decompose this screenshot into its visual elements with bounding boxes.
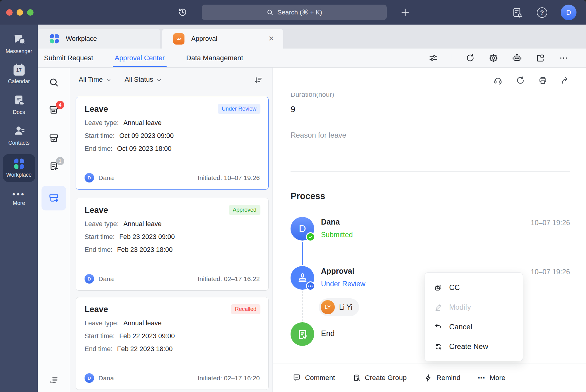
- refresh-icon[interactable]: [516, 76, 525, 85]
- approval-card-under-review[interactable]: Leave Under Review Leave type:Annual lea…: [76, 97, 269, 190]
- cc-icon: [434, 284, 442, 292]
- process-node-end: [291, 322, 314, 346]
- card-initiated: Initiated: 02–17 16:22: [198, 275, 260, 283]
- process-node-submitter-avatar[interactable]: D: [291, 217, 314, 241]
- zoom-window-button[interactable]: [27, 9, 34, 16]
- sidebar-label-calendar: Calendar: [8, 78, 30, 85]
- announcement-icon[interactable]: [512, 7, 523, 18]
- rail-submitted-active[interactable]: [42, 186, 66, 210]
- received-count-badge: 1: [56, 157, 64, 165]
- subnav-submit-request[interactable]: Submit Request: [44, 49, 93, 67]
- rail-processed[interactable]: [48, 133, 59, 144]
- end-doc-check-icon: [296, 328, 309, 341]
- reason-for-leave-placeholder: Reason for leave: [291, 131, 346, 139]
- approval-bot-icon[interactable]: [512, 53, 522, 63]
- menu-item-cancel[interactable]: Cancel: [425, 317, 523, 337]
- refresh-icon[interactable]: [465, 53, 475, 63]
- comment-icon: [292, 374, 301, 382]
- more-button[interactable]: ⋯ More: [477, 374, 505, 382]
- minimize-window-button[interactable]: [17, 9, 23, 16]
- in-progress-dots-icon: •••: [306, 281, 315, 291]
- tab-workplace[interactable]: Workplace: [38, 29, 160, 49]
- sidebar-item-messenger[interactable]: Messenger: [3, 34, 35, 55]
- window-controls[interactable]: [6, 9, 34, 16]
- rail-search-icon[interactable]: [48, 77, 59, 88]
- inbox-done-icon: [48, 133, 59, 144]
- sidebar-label-messenger: Messenger: [6, 48, 32, 55]
- approval-card-recalled[interactable]: Leave Recalled Leave type:Annual leave S…: [76, 297, 269, 390]
- filter-status-dropdown[interactable]: All Status: [125, 76, 162, 84]
- approval-app-icon: [173, 33, 184, 45]
- menu-item-create-new[interactable]: Create New: [425, 337, 523, 356]
- approval-list-panel: All Time All Status Leave Under Review L…: [70, 68, 272, 392]
- close-tab-icon[interactable]: ×: [268, 33, 274, 44]
- more-actions-icon[interactable]: [559, 53, 568, 63]
- menu-item-cc[interactable]: CC: [425, 278, 523, 297]
- sidebar-item-workplace[interactable]: Workplace: [3, 154, 35, 182]
- tab-approval[interactable]: Approval ×: [162, 29, 283, 49]
- card-field-leave-type: Leave type:Annual leave: [85, 119, 260, 127]
- history-icon[interactable]: [177, 7, 188, 18]
- detail-action-bar: Comment Create Group Remind ⋯ More: [273, 363, 586, 392]
- card-field-leave-type: Leave type:Annual leave: [85, 220, 260, 228]
- support-headset-icon[interactable]: [493, 76, 503, 85]
- topbar: Search (⌘ + K) ? D: [0, 0, 586, 25]
- subnav-approval-center[interactable]: Approval Center: [115, 49, 165, 67]
- card-owner: Dana: [98, 275, 114, 283]
- sort-descending-icon[interactable]: [254, 76, 263, 85]
- pending-count-badge: 4: [56, 101, 64, 109]
- pencil-icon: [434, 303, 442, 312]
- more-dots-icon: •••: [12, 191, 25, 197]
- card-field-end: End time:Oct 09 2023 18:00: [85, 145, 260, 153]
- filter-sliders-icon[interactable]: [429, 53, 438, 63]
- comment-button[interactable]: Comment: [292, 374, 335, 382]
- sidebar: Messenger 17 Calendar Docs Contacts: [0, 25, 38, 392]
- duration-label-clipped: Duration(hour): [291, 93, 334, 98]
- subnav-data-management[interactable]: Data Management: [186, 49, 243, 67]
- print-icon[interactable]: [538, 76, 548, 85]
- approval-card-approved[interactable]: Leave Approved Leave type:Annual leave S…: [76, 198, 269, 291]
- search-input[interactable]: Search (⌘ + K): [202, 5, 387, 20]
- workplace-icon: [14, 159, 24, 169]
- rail-received[interactable]: 1: [48, 161, 59, 172]
- sidebar-item-contacts[interactable]: Contacts: [3, 125, 35, 146]
- tab-strip: Workplace Approval ×: [38, 25, 586, 49]
- card-owner: Dana: [98, 374, 114, 382]
- sidebar-item-calendar[interactable]: 17 Calendar: [3, 64, 35, 85]
- avatar-initial: D: [299, 223, 306, 234]
- card-initiated: Initiated: 02–17 16:20: [198, 374, 260, 382]
- timeline-connector-solid: [302, 242, 303, 265]
- chevron-down-icon: [156, 77, 162, 83]
- approver-avatar: LY: [321, 300, 335, 314]
- new-tab-button[interactable]: [400, 7, 411, 18]
- avatar: D: [85, 274, 94, 284]
- close-window-button[interactable]: [6, 9, 13, 16]
- filter-time-dropdown[interactable]: All Time: [79, 76, 112, 84]
- step-submitted-time: 10–07 19:26: [531, 219, 570, 227]
- approver-chip[interactable]: LY Li Yi: [319, 298, 359, 316]
- sidebar-item-more[interactable]: ••• More: [3, 191, 35, 206]
- sidebar-label-more: More: [13, 200, 25, 206]
- timeline-connector-dashed: [302, 291, 303, 321]
- search-icon: [266, 9, 274, 16]
- tab-workplace-label: Workplace: [66, 35, 97, 43]
- detail-divider: [291, 171, 570, 172]
- open-in-window-icon[interactable]: [536, 53, 545, 63]
- process-node-approval[interactable]: •••: [291, 266, 314, 290]
- rail-collapse-icon[interactable]: [49, 375, 59, 385]
- app-window: Search (⌘ + K) ? D Messenger 17 Calendar: [0, 0, 586, 392]
- rail-pending-approvals[interactable]: 4: [48, 104, 59, 116]
- create-group-icon: [352, 374, 361, 382]
- toolbar-divider: [452, 54, 452, 62]
- sidebar-item-docs[interactable]: Docs: [3, 94, 35, 116]
- menu-item-modify: Modify: [425, 297, 523, 317]
- help-icon[interactable]: ?: [537, 7, 547, 18]
- status-badge: Recalled: [231, 304, 260, 314]
- step-approval-status: Under Review: [321, 280, 365, 288]
- remind-button[interactable]: Remind: [424, 374, 461, 382]
- user-avatar[interactable]: D: [561, 5, 576, 20]
- create-group-button[interactable]: Create Group: [352, 374, 407, 382]
- card-field-start: Start time:Feb 23 2023 09:00: [85, 233, 260, 241]
- share-icon[interactable]: [560, 76, 570, 85]
- settings-gear-icon[interactable]: [489, 53, 498, 63]
